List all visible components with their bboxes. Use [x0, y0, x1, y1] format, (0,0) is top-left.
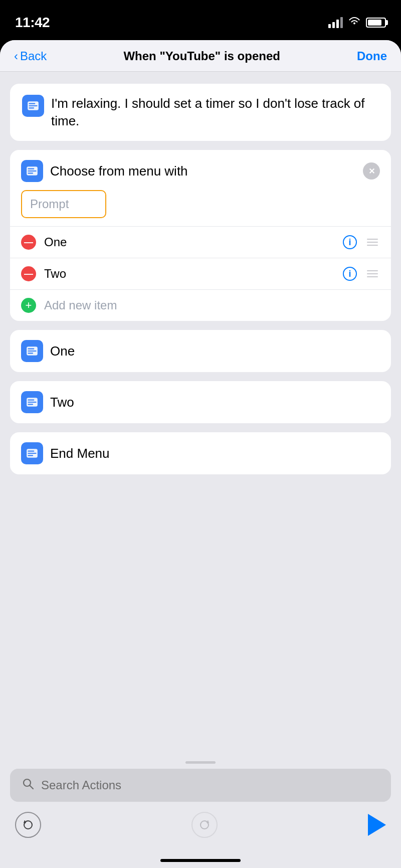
menu-item-one-label: One — [44, 235, 335, 249]
end-menu-card-label: End Menu — [50, 446, 110, 461]
scroll-pill — [185, 761, 216, 764]
drag-handle-one[interactable] — [365, 237, 380, 248]
home-indicator — [0, 853, 401, 868]
add-item-button[interactable] — [21, 298, 36, 313]
menu-item: One i — [10, 227, 391, 258]
svg-rect-7 — [28, 172, 33, 173]
prompt-input-wrapper: Prompt — [21, 190, 380, 218]
svg-rect-2 — [29, 105, 37, 106]
status-icons — [328, 16, 386, 29]
svg-rect-5 — [28, 168, 34, 169]
svg-rect-14 — [28, 402, 36, 403]
intro-text: I'm relaxing. I should set a timer so I … — [51, 95, 379, 130]
menu-item-two-label: Two — [44, 267, 335, 281]
add-new-item-label: Add new item — [44, 298, 380, 312]
status-bar: 11:42 — [0, 0, 401, 40]
svg-rect-11 — [28, 353, 33, 354]
end-menu-card-icon — [21, 442, 43, 464]
nav-bar: ‹ Back When "YouTube" is opened Done — [0, 40, 401, 72]
done-button[interactable]: Done — [357, 49, 387, 63]
one-card-icon — [21, 340, 43, 362]
back-button[interactable]: ‹ Back — [14, 49, 47, 63]
svg-rect-18 — [28, 453, 36, 454]
two-card-label: Two — [50, 395, 74, 410]
drag-handle-two[interactable] — [365, 268, 380, 279]
svg-rect-3 — [29, 107, 34, 108]
undo-button[interactable] — [15, 812, 41, 838]
end-menu-card: End Menu — [10, 432, 391, 474]
svg-rect-1 — [29, 103, 35, 104]
main-content: ‹ Back When "YouTube" is opened Done I'm… — [0, 40, 401, 868]
svg-rect-9 — [28, 349, 34, 350]
bottom-actions — [10, 812, 391, 843]
prompt-input[interactable]: Prompt — [21, 190, 106, 218]
one-card-label: One — [50, 343, 75, 359]
close-button[interactable] — [363, 162, 380, 180]
info-two-button[interactable]: i — [343, 267, 357, 281]
menu-item: Two i — [10, 258, 391, 290]
search-icon — [22, 778, 34, 793]
menu-items-list: One i Two i — [10, 226, 391, 321]
choose-menu-card: Choose from menu with Prompt One i — [10, 150, 391, 321]
svg-rect-15 — [28, 404, 33, 405]
scroll-content: I'm relaxing. I should set a timer so I … — [0, 72, 401, 756]
nav-title: When "YouTube" is opened — [123, 49, 280, 63]
remove-item-two-button[interactable] — [21, 266, 36, 281]
svg-rect-19 — [28, 455, 33, 456]
prompt-placeholder: Prompt — [30, 197, 69, 211]
scroll-indicator — [10, 756, 391, 769]
home-pill — [160, 859, 241, 862]
svg-rect-13 — [28, 400, 34, 401]
svg-rect-10 — [28, 351, 36, 352]
signal-icon — [328, 17, 343, 28]
bottom-toolbar: Search Actions — [0, 756, 401, 853]
intro-card: I'm relaxing. I should set a timer so I … — [10, 84, 391, 141]
svg-line-21 — [30, 786, 34, 789]
wifi-icon — [348, 16, 361, 29]
status-time: 11:42 — [15, 15, 50, 31]
redo-button[interactable] — [191, 812, 218, 838]
play-button[interactable] — [368, 814, 386, 836]
svg-rect-17 — [28, 451, 34, 452]
search-actions-bar[interactable]: Search Actions — [10, 769, 391, 802]
menu-card-title: Choose from menu with — [50, 163, 188, 179]
remove-item-one-button[interactable] — [21, 235, 36, 250]
svg-rect-6 — [28, 170, 36, 171]
intro-action-icon — [22, 95, 44, 117]
search-actions-text: Search Actions — [41, 778, 121, 792]
menu-action-icon — [21, 160, 43, 182]
one-card: One — [10, 330, 391, 372]
back-label: Back — [20, 49, 47, 63]
battery-icon — [366, 18, 386, 28]
two-card-icon — [21, 391, 43, 413]
two-card: Two — [10, 381, 391, 423]
back-chevron-icon: ‹ — [14, 49, 18, 63]
add-new-item-row: Add new item — [10, 290, 391, 321]
info-one-button[interactable]: i — [343, 235, 357, 249]
